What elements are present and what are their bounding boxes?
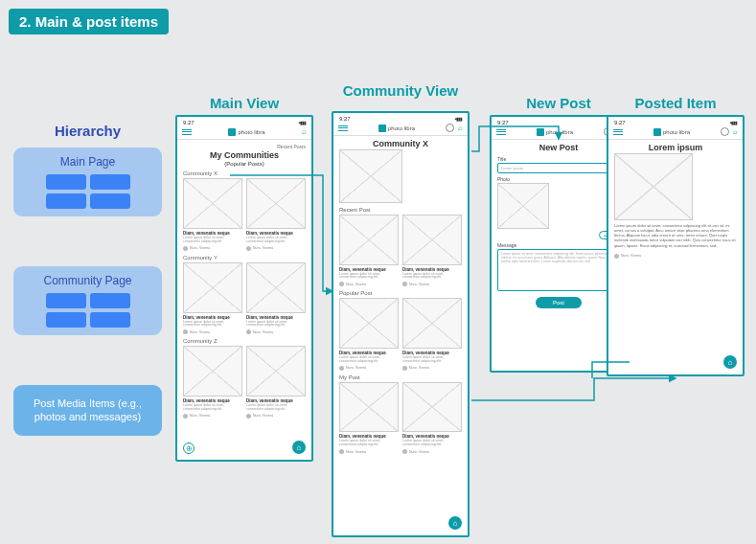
image-placeholder-icon	[183, 262, 242, 313]
post-card[interactable]: Diam, venenatis nequeLorem ipsum dolor s…	[339, 298, 399, 370]
hamburger-icon[interactable]	[182, 127, 192, 136]
section-header: Popular Post	[339, 290, 462, 296]
image-placeholder-icon	[402, 382, 462, 433]
avatar-icon	[402, 449, 407, 454]
title-label: Title	[497, 156, 620, 162]
home-fab[interactable]: ⌂	[723, 355, 737, 369]
image-placeholder-icon	[183, 178, 242, 229]
avatar-icon	[183, 414, 188, 419]
add-button[interactable]: ⊕	[183, 442, 195, 454]
hero-image-placeholder	[339, 149, 402, 203]
hierarchy-community-label: Community Page	[43, 274, 131, 287]
search-icon[interactable]: ⌕	[458, 124, 463, 132]
page-title: New Post	[497, 144, 620, 153]
image-placeholder-icon	[246, 178, 306, 229]
avatar-icon	[339, 449, 344, 454]
page-title: My Communities(Popular Posts)	[183, 151, 306, 167]
post-author: Nunc. Viverra	[621, 254, 641, 258]
avatar-icon	[183, 329, 188, 334]
photo-upload-placeholder[interactable]	[497, 183, 549, 229]
home-fab[interactable]: ⌂	[292, 441, 306, 454]
search-icon[interactable]: ⌕	[733, 127, 738, 136]
status-bar: 9:27••▮▮▮	[333, 113, 468, 122]
hierarchy-main-label: Main Page	[60, 155, 115, 169]
post-card[interactable]: Diam, venenatis nequeLorem ipsum dolor s…	[246, 346, 306, 418]
app-bar: photo libra ⌕	[177, 125, 311, 140]
section-header: Community Z	[183, 338, 306, 344]
post-card[interactable]: Diam, venenatis nequeLorem ipsum dolor s…	[183, 178, 242, 250]
search-icon[interactable]: ⌕	[302, 127, 307, 136]
app-bar: photo libra ⌕	[608, 125, 743, 140]
avatar-icon	[246, 246, 251, 251]
mockup-posted-item: 9:27••▮▮▮ photo libra ⌕ Lorem ipsum Lore…	[607, 115, 745, 376]
section-badge: 2. Main & post items	[9, 9, 169, 34]
app-logo: photo libra	[378, 125, 415, 132]
app-logo: photo libra	[653, 128, 690, 136]
post-button[interactable]: Post	[536, 297, 582, 308]
message-label: Message	[497, 242, 620, 248]
image-placeholder-icon	[246, 346, 306, 397]
recent-posts-link[interactable]: Recent Posts	[183, 144, 306, 149]
post-card[interactable]: Diam, venenatis nequeLorem ipsum dolor s…	[339, 215, 399, 286]
app-logo: photo libra	[537, 128, 573, 136]
app-bar: photo libra ⌕	[333, 122, 468, 136]
column-title-community: Community View	[332, 82, 470, 99]
post-card[interactable]: Diam, venenatis nequeLorem ipsum dolor s…	[402, 298, 462, 370]
hamburger-icon[interactable]	[338, 124, 348, 132]
mockup-main-view: 9:27••▮▮▮ photo libra ⌕ Recent Posts My …	[175, 115, 313, 462]
post-card[interactable]: Diam, venenatis nequeLorem ipsum dolor s…	[246, 262, 306, 334]
section-header: Recent Post	[339, 207, 462, 213]
photo-label: Photo	[497, 176, 620, 182]
avatar-icon	[246, 329, 251, 334]
page-title: Community X	[339, 140, 462, 149]
post-card[interactable]: Diam, venenatis nequeLorem ipsum dolor s…	[246, 178, 306, 250]
image-placeholder-icon	[402, 298, 462, 349]
profile-icon[interactable]	[721, 127, 729, 136]
image-placeholder-icon	[183, 346, 242, 397]
hierarchy-community-page: Community Page	[13, 266, 162, 335]
status-bar: 9:27••▮▮▮	[608, 117, 743, 125]
avatar-icon	[339, 282, 344, 286]
post-card[interactable]: Diam, venenatis nequeLorem ipsum dolor s…	[402, 382, 462, 454]
post-title: Lorem ipsum	[614, 144, 737, 153]
profile-icon[interactable]	[446, 124, 454, 132]
hierarchy-panel: Hierarchy Main Page Community Page Post …	[13, 123, 162, 436]
avatar-icon	[402, 282, 407, 286]
image-placeholder-icon	[339, 298, 399, 349]
post-card[interactable]: Diam, venenatis nequeLorem ipsum dolor s…	[183, 262, 242, 334]
home-fab[interactable]: ⌂	[448, 516, 462, 530]
image-placeholder-icon	[246, 262, 306, 313]
title-input[interactable]: Lorem ipsum	[497, 163, 620, 173]
section-header: Community Y	[183, 255, 306, 261]
post-body: Lorem ipsum dolor sit amet, consectetur …	[614, 223, 737, 248]
app-logo: photo libra	[228, 128, 264, 136]
message-textarea[interactable]: Lorem ipsum sit amet, consectetur adipis…	[497, 249, 620, 291]
post-card[interactable]: Diam, venenatis nequeLorem ipsum dolor s…	[339, 382, 399, 454]
section-header: My Post	[339, 374, 462, 380]
image-placeholder-icon	[402, 215, 462, 265]
status-bar: 9:27••▮▮▮	[492, 117, 626, 125]
hierarchy-main-page: Main Page	[13, 147, 162, 216]
avatar-icon	[402, 366, 407, 371]
avatar-icon	[246, 414, 251, 419]
avatar-icon	[339, 366, 344, 371]
status-bar: 9:27••▮▮▮	[177, 117, 311, 125]
post-card[interactable]: Diam, venenatis nequeLorem ipsum dolor s…	[183, 346, 242, 418]
column-title-posted: Posted Item	[607, 95, 745, 111]
avatar-icon	[614, 254, 619, 259]
avatar-icon	[183, 246, 188, 251]
image-placeholder-icon	[339, 215, 399, 265]
image-placeholder-icon	[339, 382, 399, 433]
hamburger-icon[interactable]	[496, 127, 506, 136]
post-card[interactable]: Diam, venenatis nequeLorem ipsum dolor s…	[402, 215, 462, 286]
mockup-community-view: 9:27••▮▮▮ photo libra ⌕ Community X Rece…	[332, 111, 470, 537]
post-image-placeholder	[614, 153, 693, 220]
hierarchy-post-items: Post Media Items (e.g., photos and messa…	[13, 385, 162, 436]
hierarchy-title: Hierarchy	[13, 123, 162, 139]
section-header: Community X	[183, 170, 306, 176]
app-bar: photo libra ⌕	[492, 125, 626, 140]
hamburger-icon[interactable]	[613, 127, 623, 136]
column-title-main: Main View	[175, 95, 313, 111]
